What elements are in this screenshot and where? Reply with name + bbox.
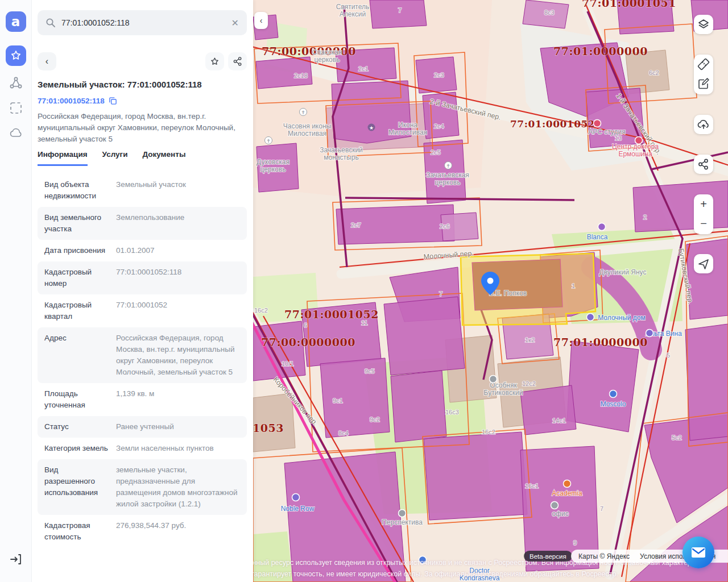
upload-control[interactable]	[694, 115, 713, 134]
info-row-label: Площадь уточненная	[44, 388, 108, 411]
poi-dot-icon[interactable]	[610, 390, 617, 398]
share-map-control[interactable]	[694, 155, 713, 174]
detail-panel: ✕ ‹ Земельный участок: 77:01:0001052:118…	[32, 0, 253, 582]
measure-draw-control[interactable]	[694, 55, 713, 94]
tab-documents[interactable]: Документы	[143, 150, 186, 166]
poi-dot-icon[interactable]	[635, 137, 643, 144]
building-number-label: 6с2	[649, 69, 659, 76]
building-number-label: 2с18	[294, 72, 308, 79]
chat-button[interactable]	[682, 537, 714, 568]
poi-label: монастырь	[324, 153, 358, 161]
sidebar-item-select-area[interactable]	[6, 98, 26, 118]
building-number-label: 10/1	[282, 360, 293, 367]
building-number-label: 8с4	[338, 430, 349, 436]
poi-label: Милостивая	[388, 128, 427, 136]
building-number-label: 8с3	[544, 9, 555, 16]
poi-dot-icon[interactable]	[551, 502, 559, 509]
building-number-label: 1к2	[525, 336, 535, 343]
sign-in-button[interactable]	[6, 549, 26, 569]
panel-collapse-button[interactable]: ‹	[254, 12, 268, 29]
poi-label: Часовня иконы	[283, 122, 331, 130]
clear-search-icon[interactable]: ✕	[231, 18, 239, 28]
cadastral-quarter-label: 77:01:0001051	[582, 0, 676, 9]
info-row-label: Кадастровый квартал	[44, 300, 108, 322]
zoom-out-button[interactable]: −	[694, 214, 713, 233]
building-number-label: 2с1	[358, 65, 369, 72]
poi-label: Ермошина	[618, 150, 652, 158]
share-button[interactable]	[228, 52, 247, 70]
building-number-label: 2с3	[434, 72, 444, 78]
locate-control[interactable]	[694, 254, 713, 273]
poi-label: Noble Row	[281, 505, 315, 513]
building-number-label: 5	[667, 352, 670, 359]
poi-label: Центр доктора	[612, 143, 659, 151]
poi-dot-icon[interactable]	[292, 494, 300, 501]
ruler-icon[interactable]	[694, 55, 713, 74]
building-number-label: 12с2	[522, 380, 536, 387]
search-input[interactable]	[61, 18, 226, 27]
chevron-left-icon: ‹	[260, 16, 263, 25]
info-row: Кадастровая стоимость276,938,544.37 руб.	[38, 515, 247, 548]
building-number-label: 7	[600, 505, 603, 512]
info-row-label: Вид разрешенного использования	[44, 464, 108, 510]
app-logo[interactable]: a	[6, 11, 26, 32]
info-row: СтатусРанее учтенный	[38, 416, 247, 438]
poi-dot-icon[interactable]	[490, 376, 497, 383]
poi-label: Зачатьевский	[320, 146, 363, 154]
yandex-maps-link[interactable]: Карты © Яндекс	[578, 552, 630, 560]
pin-center	[487, 278, 494, 284]
building-number-label: 7	[439, 290, 442, 297]
info-row-value: 1,139 кв. м	[116, 388, 240, 411]
info-row-label: Кадастровая стоимость	[44, 520, 108, 543]
poi-label: Двуликий Янус	[599, 268, 647, 276]
sidebar-item-favorites[interactable]	[6, 45, 26, 66]
layers-control[interactable]	[694, 15, 713, 34]
building-number-label: 16с3	[445, 409, 459, 415]
cadastral-map[interactable]: 77:00:000000077:01:000000077:01:00010517…	[253, 0, 728, 582]
zoom-in-button[interactable]: +	[694, 194, 713, 214]
poi-dot-icon[interactable]	[594, 120, 601, 127]
poi-dot-icon[interactable]	[564, 480, 571, 488]
page-title: Земельный участок: 77:01:0001052:118	[38, 80, 247, 89]
cloud-upload-icon[interactable]	[694, 115, 713, 134]
building-number-label: 9с5	[365, 368, 375, 375]
building-number-label: 5с2	[672, 434, 682, 441]
map-canvas[interactable]: 77:00:000000077:01:000000077:01:00010517…	[253, 0, 728, 582]
star-glyph: ★	[369, 125, 374, 131]
poi-label: офис	[552, 510, 568, 518]
info-row-value: 276,938,544.37 руб.	[116, 520, 240, 543]
draw-icon[interactable]	[694, 74, 713, 93]
poi-label: Духовская	[257, 158, 289, 166]
info-row: Вид земельного участкаЗемлепользование	[38, 207, 247, 240]
search-bar[interactable]: ✕	[38, 10, 247, 35]
poi-label: Зачатьевская	[426, 171, 469, 179]
info-row: Вид объекта недвижимостиЗемельный участо…	[38, 174, 247, 207]
poi-label: Святитель	[336, 3, 370, 11]
favorite-button[interactable]	[205, 52, 224, 70]
info-row-value: Земельный участок	[116, 179, 240, 202]
info-row: Кадастровый номер77:01:0001052:118	[38, 261, 247, 294]
poi-dot-icon[interactable]	[598, 223, 606, 231]
poi-dot-icon[interactable]	[399, 510, 406, 517]
cadastral-quarter-label: 77:00:0000000	[261, 336, 355, 348]
tab-services[interactable]: Услуги	[102, 150, 128, 166]
sidebar-item-layers-graph[interactable]	[6, 73, 26, 93]
locate-icon[interactable]	[694, 254, 713, 273]
back-button[interactable]: ‹	[38, 52, 56, 70]
cadastral-quarter-label: 77:01:0001052	[510, 118, 595, 130]
poi-label: Молочный дом	[598, 314, 646, 322]
share-icon[interactable]	[694, 155, 713, 174]
copy-icon[interactable]	[109, 97, 117, 105]
layers-icon[interactable]	[694, 15, 713, 34]
poi-dot-icon[interactable]	[587, 314, 594, 321]
poi-label: Милостивая	[288, 130, 326, 138]
zoom-control[interactable]: + −	[694, 194, 713, 234]
cadastral-number-link[interactable]: 77:01:0001052:118	[38, 97, 105, 105]
sidebar-item-cloud[interactable]	[6, 123, 26, 143]
tab-information[interactable]: Информация	[38, 150, 88, 166]
building-number-label: 2с6	[440, 223, 450, 230]
poi-label: церковь	[315, 56, 340, 64]
cross-glyph: ✝	[301, 110, 305, 115]
poi-label: Перспектива	[382, 518, 423, 526]
poi-dot-icon[interactable]	[646, 330, 653, 337]
